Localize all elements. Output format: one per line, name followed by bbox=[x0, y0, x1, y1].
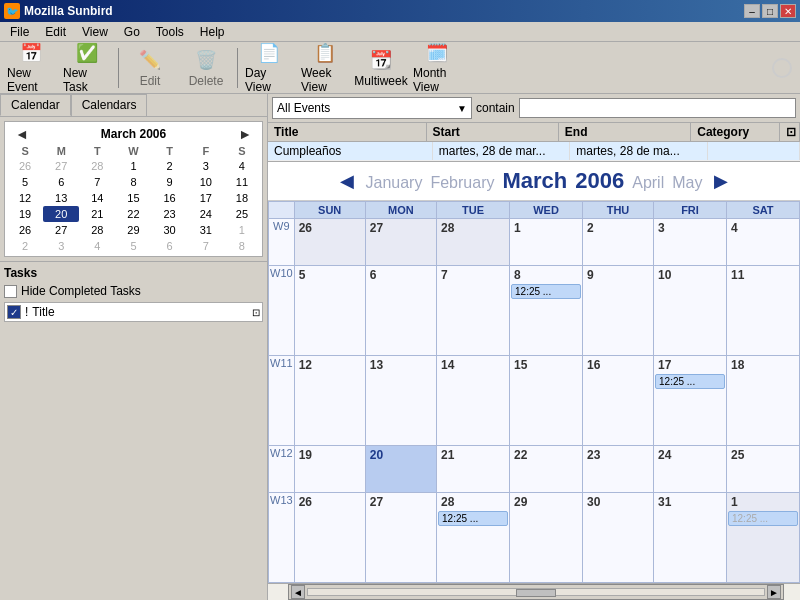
event-chip[interactable]: 12:25 ... bbox=[511, 284, 581, 299]
calendar-day[interactable]: 10 bbox=[654, 266, 727, 356]
new-task-button[interactable]: ✅ New Task bbox=[60, 45, 114, 91]
calendar-day[interactable]: 13 bbox=[365, 356, 436, 446]
calendar-day[interactable]: 112:25 ... bbox=[726, 493, 799, 583]
month-view-button[interactable]: 🗓️ Month View bbox=[410, 45, 464, 91]
search-input[interactable] bbox=[519, 98, 796, 118]
calendar-day[interactable]: 20 bbox=[365, 445, 436, 492]
week-view-button[interactable]: 📋 Week View bbox=[298, 45, 352, 91]
mini-cal-day[interactable]: 8 bbox=[115, 174, 151, 190]
calendar-day[interactable]: 1712:25 ... bbox=[654, 356, 727, 446]
mini-cal-day[interactable]: 19 bbox=[7, 206, 43, 222]
mini-cal-day[interactable]: 15 bbox=[115, 190, 151, 206]
mini-cal-prev[interactable]: ◄ bbox=[11, 126, 33, 142]
event-row[interactable]: Cumpleaños martes, 28 de mar... martes, … bbox=[268, 142, 800, 161]
calendar-day[interactable]: 26 bbox=[294, 219, 365, 266]
calendar-day[interactable]: 2 bbox=[582, 219, 653, 266]
calendar-day[interactable]: 31 bbox=[654, 493, 727, 583]
mini-cal-day[interactable]: 4 bbox=[224, 158, 260, 174]
mini-cal-day[interactable]: 29 bbox=[115, 222, 151, 238]
calendar-day[interactable]: 11 bbox=[726, 266, 799, 356]
mini-cal-day[interactable]: 14 bbox=[79, 190, 115, 206]
menu-tools[interactable]: Tools bbox=[148, 23, 192, 41]
calendar-day[interactable]: 14 bbox=[437, 356, 510, 446]
hide-completed-checkbox[interactable] bbox=[4, 285, 17, 298]
mini-cal-day[interactable]: 6 bbox=[43, 174, 79, 190]
scroll-left-btn[interactable]: ◄ bbox=[291, 585, 305, 599]
mini-cal-day[interactable]: 30 bbox=[152, 222, 188, 238]
mini-cal-day[interactable]: 5 bbox=[115, 238, 151, 254]
mini-cal-day[interactable]: 23 bbox=[152, 206, 188, 222]
mini-cal-day[interactable]: 28 bbox=[79, 222, 115, 238]
mini-cal-day[interactable]: 6 bbox=[152, 238, 188, 254]
mini-cal-day[interactable]: 31 bbox=[188, 222, 224, 238]
calendar-day[interactable]: 3 bbox=[654, 219, 727, 266]
cal-next-arrow[interactable]: ▶ bbox=[714, 170, 728, 192]
calendar-day[interactable]: 12 bbox=[294, 356, 365, 446]
mini-cal-day[interactable]: 27 bbox=[43, 222, 79, 238]
calendar-day[interactable]: 18 bbox=[726, 356, 799, 446]
mini-cal-day[interactable]: 10 bbox=[188, 174, 224, 190]
minimize-button[interactable]: – bbox=[744, 4, 760, 18]
calendar-day[interactable]: 29 bbox=[510, 493, 583, 583]
calendar-day[interactable]: 7 bbox=[437, 266, 510, 356]
menu-help[interactable]: Help bbox=[192, 23, 233, 41]
mini-cal-day[interactable]: 11 bbox=[224, 174, 260, 190]
menu-file[interactable]: File bbox=[2, 23, 37, 41]
calendar-day[interactable]: 30 bbox=[582, 493, 653, 583]
mini-cal-day[interactable]: 8 bbox=[224, 238, 260, 254]
calendar-day[interactable]: 27 bbox=[365, 219, 436, 266]
close-button[interactable]: ✕ bbox=[780, 4, 796, 18]
tab-calendars[interactable]: Calendars bbox=[71, 94, 148, 116]
menu-go[interactable]: Go bbox=[116, 23, 148, 41]
edit-button[interactable]: ✏️ Edit bbox=[123, 45, 177, 91]
calendar-day[interactable]: 28 bbox=[437, 219, 510, 266]
mini-cal-day[interactable]: 28 bbox=[79, 158, 115, 174]
calendar-day[interactable]: 19 bbox=[294, 445, 365, 492]
calendar-day[interactable]: 24 bbox=[654, 445, 727, 492]
tab-calendar[interactable]: Calendar bbox=[0, 94, 71, 116]
mini-cal-day[interactable]: 1 bbox=[115, 158, 151, 174]
mini-cal-day[interactable]: 9 bbox=[152, 174, 188, 190]
maximize-button[interactable]: □ bbox=[762, 4, 778, 18]
new-event-button[interactable]: 📅 New Event bbox=[4, 45, 58, 91]
event-chip[interactable]: 12:25 ... bbox=[728, 511, 798, 526]
menu-view[interactable]: View bbox=[74, 23, 116, 41]
calendar-day[interactable]: 27 bbox=[365, 493, 436, 583]
mini-cal-day[interactable]: 27 bbox=[43, 158, 79, 174]
calendar-day[interactable]: 5 bbox=[294, 266, 365, 356]
calendar-day[interactable]: 1 bbox=[510, 219, 583, 266]
calendar-day[interactable]: 2812:25 ... bbox=[437, 493, 510, 583]
mini-cal-day[interactable]: 16 bbox=[152, 190, 188, 206]
calendar-day[interactable]: 21 bbox=[437, 445, 510, 492]
h-scrollbar[interactable]: ◄ ► bbox=[288, 584, 784, 600]
calendar-day[interactable]: 26 bbox=[294, 493, 365, 583]
mini-cal-day[interactable]: 13 bbox=[43, 190, 79, 206]
mini-cal-day[interactable]: 5 bbox=[7, 174, 43, 190]
day-view-button[interactable]: 📄 Day View bbox=[242, 45, 296, 91]
mini-cal-day[interactable]: 26 bbox=[7, 222, 43, 238]
calendar-day[interactable]: 9 bbox=[582, 266, 653, 356]
mini-cal-day[interactable]: 21 bbox=[79, 206, 115, 222]
mini-cal-day[interactable]: 26 bbox=[7, 158, 43, 174]
mini-cal-day[interactable]: 12 bbox=[7, 190, 43, 206]
calendar-day[interactable]: 6 bbox=[365, 266, 436, 356]
task-expand-icon[interactable]: ⊡ bbox=[252, 307, 260, 318]
calendar-day[interactable]: 23 bbox=[582, 445, 653, 492]
mini-cal-day[interactable]: 24 bbox=[188, 206, 224, 222]
mini-cal-day[interactable]: 25 bbox=[224, 206, 260, 222]
mini-cal-day[interactable]: 20 bbox=[43, 206, 79, 222]
cal-prev-arrow[interactable]: ◀ bbox=[340, 170, 354, 192]
mini-cal-day[interactable]: 22 bbox=[115, 206, 151, 222]
mini-cal-next[interactable]: ► bbox=[234, 126, 256, 142]
all-events-select[interactable]: All Events ▼ bbox=[272, 97, 472, 119]
calendar-day[interactable]: 25 bbox=[726, 445, 799, 492]
mini-cal-day[interactable]: 4 bbox=[79, 238, 115, 254]
delete-button[interactable]: 🗑️ Delete bbox=[179, 45, 233, 91]
col-expand[interactable]: ⊡ bbox=[780, 123, 800, 141]
calendar-day[interactable]: 812:25 ... bbox=[510, 266, 583, 356]
mini-cal-day[interactable]: 3 bbox=[43, 238, 79, 254]
event-chip[interactable]: 12:25 ... bbox=[655, 374, 725, 389]
scroll-right-btn[interactable]: ► bbox=[767, 585, 781, 599]
mini-cal-day[interactable]: 2 bbox=[152, 158, 188, 174]
mini-cal-day[interactable]: 7 bbox=[188, 238, 224, 254]
